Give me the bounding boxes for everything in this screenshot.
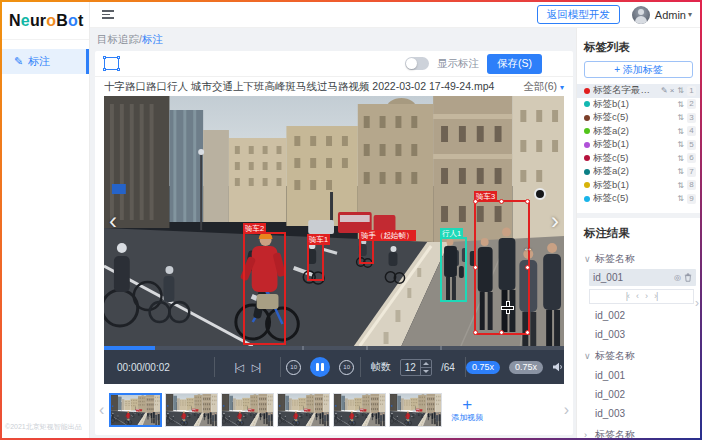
frame-count-label: 帧数 xyxy=(371,360,391,374)
avatar[interactable] xyxy=(632,6,650,24)
result-item-id: id_002 xyxy=(595,310,696,321)
back-to-model-dev-button[interactable]: 返回模型开发 xyxy=(537,5,620,24)
frame-down-icon[interactable] xyxy=(421,367,431,375)
resize-handle[interactable] xyxy=(499,330,504,335)
filmstrip-prev-arrow[interactable]: ‹ xyxy=(97,401,106,419)
visibility-icon[interactable]: ◎ xyxy=(674,273,681,282)
chevron-down-icon: ∨ xyxy=(584,351,591,361)
sidebar-item-annotate[interactable]: ✎ 标注 xyxy=(2,49,89,74)
resize-cursor-icon: ↔ xyxy=(523,242,533,253)
rewind-10-button[interactable]: 10 xyxy=(286,360,301,375)
video-progress-bar[interactable] xyxy=(104,346,564,350)
delete-label-icon[interactable]: × xyxy=(670,86,675,95)
frame-up-icon[interactable] xyxy=(421,360,431,367)
resize-handle[interactable] xyxy=(473,265,478,270)
result-item[interactable]: id_001◎ xyxy=(589,269,696,286)
video-thumbnail[interactable] xyxy=(221,393,274,427)
label-row[interactable]: 标签a(2)⇅4 xyxy=(577,125,700,139)
label-name: 标签b(1) xyxy=(593,138,674,151)
label-row[interactable]: 标签b(1)⇅8 xyxy=(577,179,700,193)
prev-video-arrow[interactable]: ‹ xyxy=(109,211,117,231)
video-thumbnail[interactable] xyxy=(277,393,330,427)
video-canvas[interactable]: 骑车2骑车1骑手（起始帧）行人1骑车3 ↔ ‹ › xyxy=(104,96,564,346)
breadcrumb-parent[interactable]: 目标追踪 xyxy=(97,33,139,45)
add-video-button[interactable]: + 添加视频 xyxy=(445,391,489,429)
label-list-title: 标签列表 xyxy=(584,40,693,55)
sort-icon[interactable]: ⇅ xyxy=(677,127,684,136)
next-video-arrow[interactable]: › xyxy=(551,211,559,231)
result-item[interactable]: id_001 xyxy=(577,366,700,385)
sort-icon[interactable]: ⇅ xyxy=(677,86,684,95)
resize-handle[interactable] xyxy=(525,330,530,335)
video-filter-dropdown[interactable]: 全部(6) ▾ xyxy=(523,80,564,94)
app-root: NeuroBot ✎ 标注 ©2021北京矩视智能出品 返回模型开发 Admin… xyxy=(2,2,700,438)
video-thumbnail[interactable] xyxy=(333,393,386,427)
sort-icon[interactable]: ⇅ xyxy=(677,181,684,190)
frame-number-stepper[interactable]: 12 xyxy=(400,359,432,376)
label-row[interactable]: 标签c(5)⇅3 xyxy=(577,111,700,125)
annotation-box[interactable]: 骑车1 xyxy=(307,243,324,281)
result-group-header[interactable]: ›标签名称 xyxy=(577,423,700,439)
result-group-header[interactable]: ∨标签名称 xyxy=(577,344,700,366)
annotation-box[interactable]: 行人1 xyxy=(440,237,467,302)
label-row[interactable]: 标签a(2)⇅7 xyxy=(577,165,700,179)
next-frame-button[interactable]: ▷| xyxy=(252,362,260,373)
filmstrip-next-arrow[interactable]: › xyxy=(562,401,571,419)
track-point-icon xyxy=(534,188,546,200)
annotation-box[interactable]: 骑手（起始帧） xyxy=(359,239,374,264)
label-order-badge: 8 xyxy=(687,180,696,190)
frame-number-value[interactable]: 12 xyxy=(401,362,420,373)
menu-collapse-icon[interactable] xyxy=(102,10,114,19)
save-button[interactable]: 保存(S) xyxy=(487,54,542,74)
sort-icon[interactable]: ⇅ xyxy=(677,100,684,109)
result-item[interactable]: id_003 xyxy=(577,325,700,344)
label-row[interactable]: 标签c(5)⇅6 xyxy=(577,152,700,166)
prev-frame-button[interactable]: |◁ xyxy=(235,362,243,373)
result-item[interactable]: id_002 xyxy=(577,306,700,325)
result-item[interactable]: id_002 xyxy=(577,385,700,404)
crosshair-cursor-icon xyxy=(502,302,513,313)
resize-handle[interactable] xyxy=(473,199,478,204)
annotation-box[interactable]: 骑车3 xyxy=(474,200,530,335)
label-color-dot xyxy=(584,115,590,121)
annotation-box[interactable]: 骑车2 xyxy=(243,232,286,345)
label-row[interactable]: 标签b(1)⇅2 xyxy=(577,98,700,112)
sort-icon[interactable]: ⇅ xyxy=(677,113,684,122)
speed-pill-inactive[interactable]: 0.75x xyxy=(509,361,543,374)
result-item[interactable]: id_003 xyxy=(577,404,700,423)
sort-icon[interactable]: ⇅ xyxy=(677,154,684,163)
label-color-dot xyxy=(584,182,590,188)
resize-handle[interactable] xyxy=(525,199,530,204)
username[interactable]: Admin xyxy=(655,9,686,21)
pause-button[interactable] xyxy=(310,357,330,377)
sort-icon[interactable]: ⇅ xyxy=(677,194,684,203)
resize-handle[interactable] xyxy=(525,265,530,270)
annotation-overlay[interactable]: 骑车2骑车1骑手（起始帧）行人1骑车3 xyxy=(104,96,564,346)
forward-10-button[interactable]: 10 xyxy=(339,360,354,375)
pager-first-icon[interactable]: |‹ xyxy=(626,291,629,301)
add-label-button[interactable]: + 添加标签 xyxy=(584,61,693,78)
label-row[interactable]: 标签b(1)⇅5 xyxy=(577,138,700,152)
pager-last-icon[interactable]: ›| xyxy=(654,291,657,301)
main-area: 返回模型开发 Admin ▾ 目标追踪/标注 显示标注 保存(S) xyxy=(90,2,700,438)
resize-handle[interactable] xyxy=(499,199,504,204)
video-thumbnail[interactable] xyxy=(165,393,218,427)
result-group-header[interactable]: ∨标签名称 xyxy=(577,247,700,269)
label-row[interactable]: 标签名字最长数...✎×⇅1 xyxy=(577,84,700,98)
sort-icon[interactable]: ⇅ xyxy=(677,167,684,176)
pager-next-icon[interactable]: › xyxy=(645,291,647,301)
edit-label-icon[interactable]: ✎ xyxy=(661,86,668,95)
volume-icon[interactable] xyxy=(552,361,564,373)
panel-expand-icon[interactable]: › xyxy=(695,296,699,310)
speed-pill-active[interactable]: 0.75x xyxy=(466,361,500,374)
bbox-tool-button[interactable] xyxy=(104,57,119,70)
video-thumbnail[interactable] xyxy=(109,393,162,427)
delete-icon[interactable] xyxy=(684,273,692,282)
sort-icon[interactable]: ⇅ xyxy=(677,140,684,149)
pager-prev-icon[interactable]: ‹ xyxy=(636,291,638,301)
show-annotation-toggle[interactable] xyxy=(405,57,429,70)
resize-handle[interactable] xyxy=(473,330,478,335)
chevron-right-icon: › xyxy=(584,430,591,439)
label-row[interactable]: 标签c(5)⇅9 xyxy=(577,192,700,206)
video-thumbnail[interactable] xyxy=(389,393,442,427)
